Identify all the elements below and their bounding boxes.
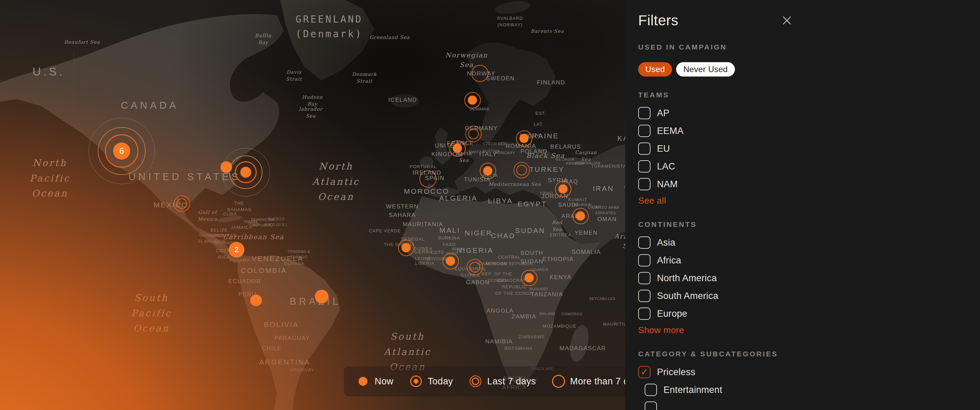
checkbox-label: North America — [657, 273, 717, 284]
legend-label: Last 7 days — [487, 376, 536, 387]
checkbox-row: Entertainment — [645, 383, 980, 396]
checkbox-label: South America — [657, 291, 719, 301]
checkbox-blank[interactable] — [645, 402, 657, 410]
section-header-teams: TEAMS — [638, 91, 980, 99]
marker-today[interactable] — [468, 96, 477, 105]
checkbox-label: LAC — [657, 161, 675, 172]
app-root: U.S.CANADAUNITED STATESBRAZILGREENLAND (… — [0, 0, 980, 410]
chip-used[interactable]: Used — [638, 62, 672, 76]
checkbox-row: ✓Priceless — [638, 366, 980, 378]
checkbox-row: Africa — [638, 254, 980, 267]
checkbox-north-america[interactable] — [638, 272, 651, 284]
checkbox-label: EU — [657, 143, 670, 154]
last7-icon — [469, 375, 482, 388]
used-chips: UsedNever Used — [638, 62, 980, 76]
checkbox-row: North America — [638, 272, 980, 284]
see-all-link[interactable]: See all — [638, 195, 980, 206]
checkbox-entertainment[interactable] — [645, 384, 657, 396]
checkbox-ap[interactable] — [638, 107, 651, 119]
checkbox-label: NAM — [657, 179, 678, 190]
marker-today[interactable] — [520, 134, 529, 143]
legend-label: Today — [428, 376, 453, 387]
checkbox-row: AP — [638, 106, 980, 119]
close-icon[interactable] — [781, 15, 793, 26]
checkbox-row: NAM — [638, 178, 980, 191]
marker-today[interactable] — [558, 184, 568, 194]
legend-item-today: Today — [409, 375, 453, 388]
marker-now34[interactable] — [250, 294, 262, 306]
checkbox-row: Europe — [638, 307, 980, 320]
checkbox-row: EEMA — [638, 124, 980, 137]
marker-today[interactable] — [446, 257, 455, 266]
checkbox-africa[interactable] — [638, 254, 651, 267]
checkbox-label: EEMA — [657, 126, 684, 136]
checkbox-row: South America — [638, 289, 980, 302]
marker-pulse3[interactable] — [240, 167, 251, 178]
marker-cluster6[interactable]: 6 — [113, 143, 130, 160]
show-more-link[interactable]: Show more — [638, 325, 980, 335]
checkbox-row — [645, 401, 980, 410]
section-header-continents: CONTINENTS — [638, 220, 980, 229]
today-icon — [409, 375, 423, 388]
marker-today[interactable] — [525, 273, 534, 283]
marker-today[interactable] — [576, 211, 585, 221]
checkbox-label: AP — [657, 108, 670, 119]
more7-icon — [552, 375, 565, 388]
checkbox-row: EU — [638, 142, 980, 155]
checkbox-eu[interactable] — [638, 143, 651, 155]
legend-item-now: Now — [356, 375, 393, 388]
checkbox-row: LAC — [638, 160, 980, 173]
section-header-used-in-campaign: USED IN CAMPAIGN — [638, 43, 980, 51]
filters-panel: Filters USED IN CAMPAIGN UsedNever Used … — [625, 0, 980, 410]
checkbox-label: Europe — [657, 308, 687, 319]
marker-cluster2[interactable]: 2 — [229, 242, 244, 257]
panel-title: Filters — [638, 12, 679, 29]
checkbox-row: Asia — [638, 236, 980, 249]
checkbox-south-america[interactable] — [638, 290, 651, 302]
checkbox-label: Priceless — [657, 367, 695, 378]
checkbox-label: Asia — [657, 237, 675, 248]
checkbox-asia[interactable] — [638, 237, 651, 249]
checkbox-lac[interactable] — [638, 160, 651, 173]
legend-label: Now — [375, 376, 393, 387]
map-legend: NowTodayLast 7 daysMore than 7 days ago — [344, 366, 640, 396]
categories-list: ✓PricelessEntertainment — [638, 366, 980, 410]
marker-now40[interactable] — [315, 290, 328, 304]
continents-list: AsiaAfricaNorth AmericaSouth AmericaEuro… — [638, 236, 980, 320]
checkbox-eema[interactable] — [638, 125, 651, 137]
marker-today[interactable] — [402, 243, 411, 253]
chip-never-used[interactable]: Never Used — [676, 62, 735, 76]
teams-list: APEEMAEULACNAM — [638, 106, 980, 191]
checkbox-priceless[interactable]: ✓ — [638, 366, 651, 378]
checkbox-label: Entertainment — [663, 385, 722, 395]
marker-today[interactable] — [483, 166, 493, 176]
legend-item-last7: Last 7 days — [469, 375, 536, 388]
now-icon — [356, 375, 370, 388]
checkbox-label: Africa — [657, 255, 681, 266]
section-header-categories: CATEGORY & SUBCATEGORIES — [638, 350, 980, 358]
checkbox-nam[interactable] — [638, 178, 651, 190]
checkbox-europe[interactable] — [638, 307, 651, 320]
marker-today[interactable] — [453, 144, 462, 153]
